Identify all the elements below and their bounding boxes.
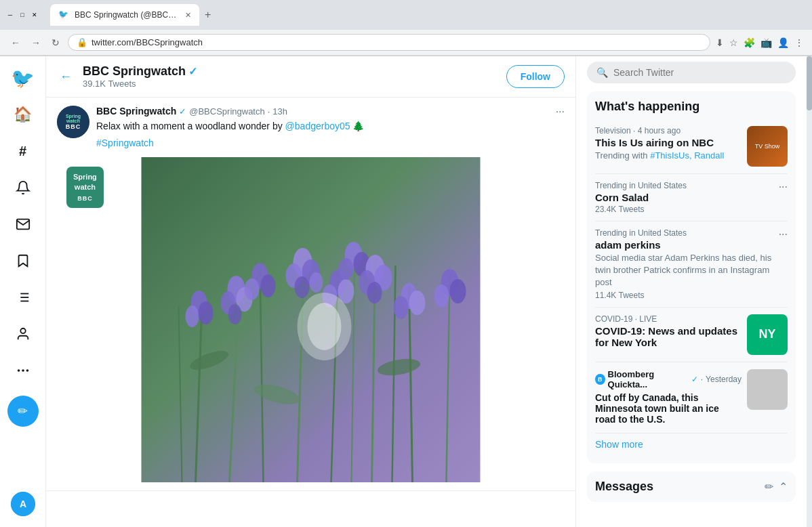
compose-button[interactable]: ✏ <box>7 396 39 427</box>
trending-link-tv[interactable]: #ThisIsUs, Randall <box>650 150 724 161</box>
right-sidebar: 🔍 What's happening Television · 4 hours … <box>576 56 807 527</box>
sidebar-avatar[interactable]: A <box>11 492 35 516</box>
new-tab-button[interactable]: + <box>199 6 216 24</box>
cast-icon[interactable]: 📺 <box>760 37 772 48</box>
tweet-verified-icon: ✓ <box>179 106 186 117</box>
messages-header: Messages ✏ ⌃ <box>595 480 788 494</box>
messages-title: Messages <box>595 480 653 494</box>
minimize-button[interactable]: ─ <box>5 10 15 20</box>
tweet-more-button[interactable]: ··· <box>556 106 565 118</box>
address-icons: ⬇ ☆ 🧩 📺 👤 ⋮ <box>716 37 804 48</box>
show-more-button[interactable]: Show more <box>595 434 788 455</box>
springwatch-bbc-label: BBC <box>73 194 97 203</box>
bbc-text: BBC <box>66 123 81 130</box>
download-icon[interactable]: ⬇ <box>716 37 724 48</box>
bell-icon <box>16 180 31 195</box>
sidebar-item-bookmarks[interactable] <box>6 244 40 278</box>
trending-item-bloomberg[interactable]: B Bloomberg Quickta... ✓ · Yesterday Cut… <box>595 362 788 434</box>
tweet-handle: @BBCSpringwatch <box>189 106 264 117</box>
sidebar-item-messages[interactable] <box>6 207 40 241</box>
lists-icon <box>16 290 31 305</box>
trending-item-covid[interactable]: COVID-19 · LIVE COVID-19: News and updat… <box>595 308 788 362</box>
profile-avatar-icon[interactable]: 👤 <box>777 37 789 48</box>
tweet-mention-link[interactable]: @badgerboy05 <box>285 121 350 131</box>
trending-item-corn[interactable]: Trending in United States Corn Salad 23.… <box>595 174 788 222</box>
sidebar-item-notifications[interactable] <box>6 171 40 205</box>
tab-title: BBC Springwatch (@BBCSpr... <box>75 10 180 20</box>
window-controls: ─ □ ✕ <box>5 10 39 20</box>
tweet-text-main: Relax with a moment a woodland wonder by <box>96 121 283 131</box>
trending-thumb-tv: TV Show <box>747 126 788 167</box>
svg-point-30 <box>228 304 242 324</box>
tweet-text-body: Relax with a moment a woodland wonder by… <box>96 119 549 133</box>
trending-section: What's happening Television · 4 hours ag… <box>587 91 796 463</box>
svg-point-9 <box>18 370 19 371</box>
svg-point-38 <box>310 272 323 293</box>
bookmark-icon <box>16 253 31 268</box>
svg-point-48 <box>367 282 382 303</box>
springwatch-logo-line1: Spring <box>73 172 97 182</box>
compose-message-button[interactable]: ✏ <box>765 480 773 493</box>
bloomberg-avatar-icon: B <box>595 374 605 385</box>
sidebar-item-profile[interactable] <box>6 317 40 351</box>
trending-item-tv[interactable]: Television · 4 hours ago This Is Us airi… <box>595 119 788 174</box>
trending-item-adam-content: Trending in United States adam perkins S… <box>595 228 779 300</box>
verified-badge-icon: ✓ <box>188 65 197 78</box>
forward-nav-button[interactable]: → <box>28 35 43 51</box>
svg-point-33 <box>261 274 276 297</box>
maximize-button[interactable]: □ <box>18 10 27 20</box>
collapse-messages-button[interactable]: ⌃ <box>779 480 788 493</box>
tab-bar: 🐦 BBC Springwatch (@BBCSpr... ✕ + <box>45 4 222 26</box>
svg-point-6 <box>20 329 25 333</box>
close-button[interactable]: ✕ <box>30 10 39 20</box>
twitter-app: 🐦 🏠 # ✏ A <box>0 56 812 527</box>
search-icon: 🔍 <box>596 67 608 78</box>
tweet-meta: BBC Springwatch ✓ @BBCSpringwatch · 13h … <box>96 106 549 150</box>
tweet-item: Spring watch BBC BBC Springwatch ✓ @BBCS… <box>46 98 575 491</box>
trending-item-corn-row: Trending in United States Corn Salad 23.… <box>595 181 788 214</box>
search-input[interactable] <box>613 67 786 78</box>
menu-icon[interactable]: ⋮ <box>794 37 804 48</box>
tab-close-button[interactable]: ✕ <box>185 11 191 20</box>
svg-point-54 <box>450 279 466 303</box>
sidebar-item-explore[interactable]: # <box>6 134 40 168</box>
bookmark-star-icon[interactable]: ☆ <box>729 37 738 48</box>
tweet-time: 13h <box>272 106 287 117</box>
url-bar[interactable]: 🔒 twitter.com/BBCSpringwatch <box>68 34 710 51</box>
trending-category-adam: Trending in United States <box>595 228 779 238</box>
tweet-avatar: Spring watch BBC <box>57 106 89 138</box>
back-button[interactable]: ← <box>57 67 75 87</box>
sidebar-item-more[interactable] <box>6 354 40 387</box>
search-box[interactable]: 🔍 <box>587 62 796 83</box>
follow-button[interactable]: Follow <box>506 65 565 88</box>
sidebar-item-lists[interactable] <box>6 280 40 314</box>
twitter-logo[interactable]: 🐦 <box>5 62 40 95</box>
svg-point-50 <box>394 296 409 319</box>
trending-more-corn[interactable]: ··· <box>779 181 788 193</box>
springwatch-logo-overlay: Spring watch BBC <box>66 167 104 208</box>
trending-count-adam: 11.4K Tweets <box>595 291 779 300</box>
trending-title: What's happening <box>595 100 788 114</box>
svg-point-53 <box>434 284 449 308</box>
extensions-icon[interactable]: 🧩 <box>744 37 755 48</box>
svg-point-56 <box>308 303 342 350</box>
trending-item-covid-content: COVID-19 · LIVE COVID-19: News and updat… <box>595 314 742 350</box>
tweet-hashtag-link[interactable]: #Springwatch <box>96 138 154 148</box>
scrollbar-track[interactable] <box>807 56 812 527</box>
tweet-image[interactable]: Spring watch BBC <box>57 157 565 482</box>
scrollbar-thumb[interactable] <box>807 56 812 110</box>
svg-point-7 <box>22 370 24 371</box>
back-nav-button[interactable]: ← <box>8 35 23 51</box>
springwatch-logo-line2: watch <box>73 182 97 192</box>
lock-icon: 🔒 <box>77 37 87 47</box>
trending-item-adam[interactable]: Trending in United States adam perkins S… <box>595 222 788 308</box>
trending-more-adam[interactable]: ··· <box>779 228 788 240</box>
sidebar-item-home[interactable]: 🏠 <box>6 98 40 131</box>
trending-item-bloomberg-content: B Bloomberg Quickta... ✓ · Yesterday Cut… <box>595 369 742 426</box>
bloomberg-separator: · <box>701 375 703 384</box>
browser-tab[interactable]: 🐦 BBC Springwatch (@BBCSpr... ✕ <box>50 4 199 26</box>
svg-point-51 <box>409 291 426 315</box>
refresh-button[interactable]: ↻ <box>49 35 62 51</box>
tab-favicon: 🐦 <box>58 9 69 20</box>
tweet-name-row: BBC Springwatch ✓ @BBCSpringwatch · 13h <box>96 106 549 117</box>
